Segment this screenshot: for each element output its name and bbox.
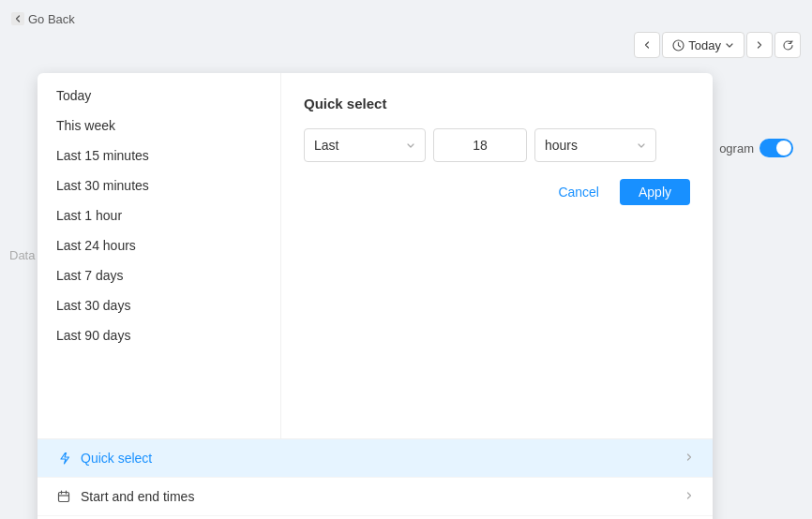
back-icon bbox=[11, 12, 24, 25]
refresh-button[interactable] bbox=[774, 32, 801, 58]
quick-select-row: Last hours bbox=[304, 128, 690, 162]
quick-select-value-input[interactable] bbox=[433, 128, 527, 162]
chevron-down-icon bbox=[637, 141, 646, 150]
direction-dropdown[interactable]: Last bbox=[304, 128, 426, 162]
time-toolbar: Today bbox=[634, 32, 801, 58]
clock-icon bbox=[672, 39, 684, 52]
quick-list-item-this-week[interactable]: This week bbox=[38, 111, 280, 141]
quick-list-item-last-24-hours[interactable]: Last 24 hours bbox=[38, 230, 280, 260]
quick-list-item-last-30-days[interactable]: Last 30 days bbox=[38, 290, 280, 320]
chevron-right-icon bbox=[684, 452, 694, 465]
quick-list-item-today[interactable]: Today bbox=[38, 81, 280, 111]
quick-select-actions: Cancel Apply bbox=[304, 179, 690, 205]
refresh-icon bbox=[782, 39, 794, 52]
quick-select-area: Quick select Last hours Cancel bbox=[281, 73, 713, 438]
quick-select-title: Quick select bbox=[304, 96, 690, 111]
apply-button[interactable]: Apply bbox=[620, 179, 690, 205]
chevron-right-icon bbox=[755, 40, 764, 50]
go-back-button[interactable]: Go Back bbox=[11, 12, 75, 26]
toggle-switch[interactable] bbox=[759, 139, 793, 157]
quick-list-item-last-15-minutes[interactable]: Last 15 minutes bbox=[38, 141, 280, 171]
dropdown-panel: TodayThis weekLast 15 minutesLast 30 min… bbox=[38, 73, 713, 519]
today-button[interactable]: Today bbox=[662, 32, 744, 58]
menu-item-time-setting[interactable]: Time setting bbox=[38, 515, 713, 519]
toggle-label: ogram bbox=[719, 141, 754, 156]
prev-time-button[interactable] bbox=[634, 32, 660, 58]
dropdown-lower: Quick selectStart and end timesTime sett… bbox=[38, 438, 713, 519]
cancel-button[interactable]: Cancel bbox=[547, 179, 610, 205]
chevron-down-icon bbox=[406, 141, 415, 150]
svg-rect-0 bbox=[11, 12, 24, 25]
quick-list-item-last-30-minutes[interactable]: Last 30 minutes bbox=[38, 171, 280, 200]
quick-list: TodayThis weekLast 15 minutesLast 30 min… bbox=[38, 73, 281, 438]
calendar-icon bbox=[56, 489, 71, 504]
chevron-right-icon bbox=[684, 490, 694, 503]
menu-item-label-start-end-times: Start and end times bbox=[81, 489, 194, 504]
unit-dropdown[interactable]: hours bbox=[534, 128, 656, 162]
chevron-down-icon bbox=[725, 40, 734, 50]
quick-list-item-last-7-days[interactable]: Last 7 days bbox=[38, 260, 280, 290]
lightning-icon bbox=[56, 451, 71, 466]
quick-list-item-last-90-days[interactable]: Last 90 days bbox=[38, 320, 280, 350]
dropdown-upper: TodayThis weekLast 15 minutesLast 30 min… bbox=[38, 73, 713, 438]
next-time-button[interactable] bbox=[746, 32, 773, 58]
menu-item-start-end-times[interactable]: Start and end times bbox=[38, 477, 713, 515]
quick-list-item-last-1-hour[interactable]: Last 1 hour bbox=[38, 200, 280, 230]
toggle-area: ogram bbox=[719, 139, 793, 157]
menu-item-label-quick-select: Quick select bbox=[81, 451, 152, 466]
svg-rect-2 bbox=[59, 493, 69, 502]
chevron-left-icon bbox=[642, 40, 652, 50]
menu-item-quick-select[interactable]: Quick select bbox=[38, 439, 713, 477]
bg-data-label: Data bbox=[9, 248, 35, 262]
